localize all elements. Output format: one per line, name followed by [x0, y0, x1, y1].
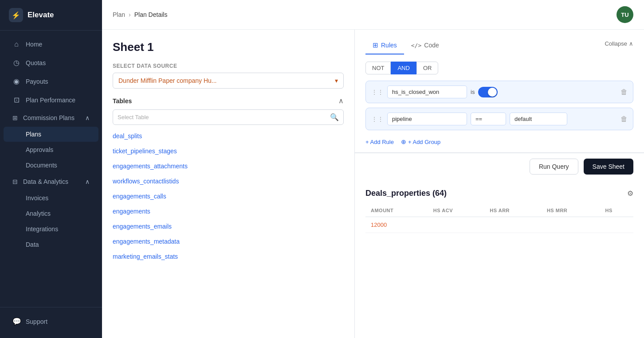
- tab-rules-label: Rules: [381, 42, 397, 49]
- col-hs-arr: HS ARR: [484, 204, 542, 217]
- results-table: AMOUNT HS ACV HS ARR HS MRR HS 12000: [365, 204, 633, 233]
- tab-code-label: Code: [424, 42, 439, 49]
- rule-row-1: ⋮⋮ hs_is_closed_won is 🗑: [365, 81, 633, 103]
- cell-hs: [600, 217, 633, 233]
- sidebar-item-invoices[interactable]: Invoices: [4, 190, 98, 206]
- payouts-icon: ◉: [12, 77, 20, 85]
- commission-plans-icon: ⊞: [12, 114, 18, 121]
- condition-and[interactable]: AND: [391, 62, 416, 74]
- col-hs: HS: [600, 204, 633, 217]
- results-table-header-row: AMOUNT HS ACV HS ARR HS MRR HS: [365, 204, 633, 217]
- results-header: Deals_properties (64) ⚙: [365, 189, 633, 198]
- drag-handle-icon[interactable]: ⋮⋮: [371, 89, 384, 96]
- app-logo[interactable]: ⚡ Elevate: [0, 0, 102, 31]
- quotas-icon: ◷: [12, 58, 20, 67]
- delete-rule-2-button[interactable]: 🗑: [620, 115, 628, 123]
- tab-code[interactable]: </> Code: [404, 37, 446, 54]
- sidebar-item-support[interactable]: 💬 Support: [4, 312, 98, 330]
- datasource-label: Select Data Source: [113, 63, 354, 69]
- datasource-value: Dunder Mifflin Paper company Hu...: [118, 77, 217, 84]
- run-query-button[interactable]: Run Query: [530, 159, 578, 175]
- table-item[interactable]: workflows_contactlistids: [113, 174, 354, 189]
- right-panel: ⊞ Rules </> Code Collapse ∧: [355, 30, 644, 338]
- tables-section: Tables ∧ 🔍 deal_splits ticket_pipelines_…: [113, 97, 354, 338]
- breadcrumb-current: Plan Details: [134, 11, 168, 18]
- left-panel: Sheet 1 Select Data Source Dunder Miffli…: [102, 30, 355, 338]
- sidebar-bottom: 💬 Support: [0, 307, 102, 338]
- collapse-button[interactable]: Collapse ∧: [605, 40, 633, 51]
- table-item[interactable]: marketing_emails_stats: [113, 249, 354, 264]
- rule-operator-label-1: is: [471, 89, 475, 95]
- table-item[interactable]: engagements_attachments: [113, 159, 354, 174]
- commission-plans-label: Commission Plans: [23, 114, 75, 121]
- chevron-up-icon: ∧: [629, 40, 633, 47]
- toggle-switch[interactable]: [478, 87, 498, 97]
- results-section: Deals_properties (64) ⚙ AMOUNT HS ACV HS…: [355, 182, 644, 338]
- datasource-select[interactable]: Dunder Mifflin Paper company Hu... ▾: [113, 73, 344, 89]
- tab-rules[interactable]: ⊞ Rules: [365, 37, 404, 54]
- condition-buttons: NOT AND OR: [365, 62, 633, 74]
- results-table-head: AMOUNT HS ACV HS ARR HS MRR HS: [365, 204, 633, 217]
- cell-hs-arr: [484, 217, 542, 233]
- sidebar-item-plans[interactable]: Plans: [4, 127, 98, 142]
- table-search-box: 🔍: [113, 109, 344, 125]
- table-item[interactable]: engagements_emails: [113, 219, 354, 234]
- plan-performance-icon: ⊡: [12, 96, 20, 104]
- sidebar-item-analytics[interactable]: Analytics: [4, 206, 98, 221]
- sidebar-item-integrations[interactable]: Integrations: [4, 221, 98, 237]
- rule-field-select-1[interactable]: hs_is_closed_won: [387, 85, 467, 98]
- rule-toggle-1[interactable]: [478, 87, 498, 97]
- collapse-label: Collapse: [605, 40, 627, 47]
- sidebar-item-approvals[interactable]: Approvals: [4, 142, 98, 157]
- cell-hs-acv: [428, 217, 484, 233]
- add-actions: + Add Rule ⊕ + Add Group: [365, 135, 633, 152]
- condition-not[interactable]: NOT: [365, 62, 391, 74]
- sidebar-item-label: Home: [26, 41, 42, 48]
- support-icon: 💬: [12, 317, 20, 326]
- avatar[interactable]: TU: [617, 6, 633, 23]
- breadcrumb-separator: ›: [129, 11, 131, 18]
- table-search-input[interactable]: [118, 114, 326, 120]
- sidebar-item-plan-performance[interactable]: ⊡ Plan Performance: [4, 91, 98, 109]
- table-item[interactable]: engagements_calls: [113, 189, 354, 204]
- action-row: Run Query Save Sheet: [355, 153, 644, 182]
- sidebar-item-documents[interactable]: Documents: [4, 158, 98, 173]
- table-item[interactable]: ticket_pipelines_stages: [113, 144, 354, 159]
- col-amount: AMOUNT: [365, 204, 428, 217]
- sidebar-section-commission-plans[interactable]: ⊞ Commission Plans ∧: [4, 109, 98, 126]
- sidebar-item-home[interactable]: ⌂ Home: [4, 35, 98, 53]
- rule-field-select-2[interactable]: pipeline: [387, 113, 467, 125]
- sidebar-item-label: Payouts: [26, 78, 48, 85]
- breadcrumb-parent[interactable]: Plan: [113, 11, 125, 18]
- table-item[interactable]: engagements_metadata: [113, 234, 354, 249]
- sidebar-item-payouts[interactable]: ◉ Payouts: [4, 72, 98, 90]
- sidebar-section-data-analytics[interactable]: ⊟ Data & Analytics ∧: [4, 173, 98, 190]
- rule-row-2: ⋮⋮ pipeline == 🗑: [365, 108, 633, 130]
- delete-rule-1-button[interactable]: 🗑: [620, 88, 628, 96]
- condition-or[interactable]: OR: [416, 62, 439, 74]
- sidebar-item-quotas[interactable]: ◷ Quotas: [4, 54, 98, 72]
- breadcrumb: Plan › Plan Details: [113, 11, 167, 18]
- add-rule-link[interactable]: + Add Rule: [365, 138, 394, 145]
- results-title: Deals_properties (64): [365, 189, 447, 198]
- col-hs-mrr: HS MRR: [542, 204, 600, 217]
- sidebar-item-data[interactable]: Data: [4, 237, 98, 252]
- add-group-label: + Add Group: [408, 139, 440, 145]
- page-body: Sheet 1 Select Data Source Dunder Miffli…: [102, 30, 644, 338]
- add-group-link[interactable]: ⊕ + Add Group: [401, 138, 440, 145]
- table-item[interactable]: deal_splits: [113, 128, 354, 144]
- tables-list: deal_splits ticket_pipelines_stages enga…: [113, 128, 354, 338]
- cell-hs-mrr: [542, 217, 600, 233]
- collapse-tables-icon[interactable]: ∧: [338, 97, 344, 105]
- data-analytics-icon: ⊟: [12, 178, 18, 185]
- tabs-bar: ⊞ Rules </> Code Collapse ∧: [365, 37, 633, 54]
- cell-amount: 12000: [365, 217, 428, 233]
- drag-handle-icon[interactable]: ⋮⋮: [371, 116, 384, 123]
- tabs-left: ⊞ Rules </> Code: [365, 37, 446, 54]
- table-item[interactable]: engagements: [113, 204, 354, 219]
- toggle-knob: [488, 88, 497, 97]
- rule-value-input-2[interactable]: [510, 113, 567, 125]
- save-sheet-button[interactable]: Save Sheet: [584, 159, 633, 175]
- rule-operator-select-2[interactable]: ==: [471, 113, 506, 125]
- settings-icon[interactable]: ⚙: [627, 189, 633, 198]
